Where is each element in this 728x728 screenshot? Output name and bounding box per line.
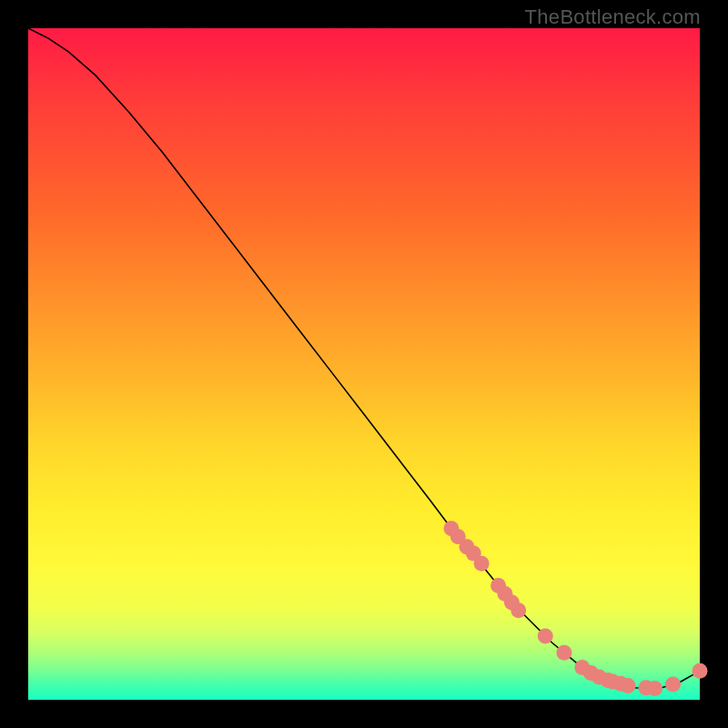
highlight-dot [556,645,571,661]
highlight-dots [443,521,707,696]
highlight-dot [511,602,526,618]
highlight-dot [693,663,708,679]
highlight-dot [665,677,681,693]
highlight-dot [621,678,636,693]
chart-plot-area [28,28,700,700]
highlight-dot [474,556,490,571]
watermark-label: TheBottleneck.com [525,5,701,29]
highlight-dot [647,681,662,696]
chart-svg [28,28,700,700]
bottleneck-curve [28,28,700,688]
chart-frame: TheBottleneck.com [0,0,728,728]
highlight-dot [538,628,553,643]
